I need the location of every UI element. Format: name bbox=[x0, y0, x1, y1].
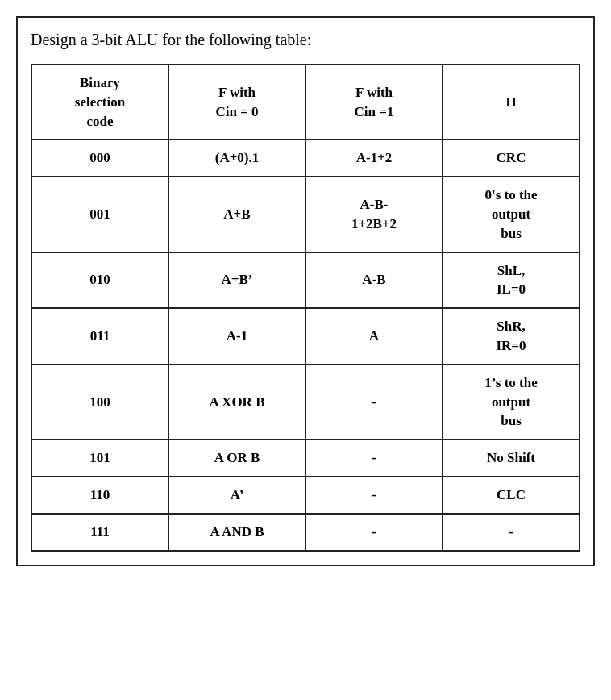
header-f-cin1: F withCin =1 bbox=[306, 65, 443, 140]
cell-binary: 001 bbox=[31, 177, 168, 252]
cell-f-cin1: A-B-1+2B+2 bbox=[306, 177, 443, 252]
cell-h: ShR,IR=0 bbox=[443, 308, 580, 365]
table-row: 111A AND B-- bbox=[31, 514, 580, 551]
cell-h: CLC bbox=[443, 477, 580, 514]
page-container: Design a 3-bit ALU for the following tab… bbox=[16, 16, 595, 566]
cell-h: 0's to theoutputbus bbox=[443, 177, 580, 252]
cell-f-cin0: A’ bbox=[168, 477, 306, 514]
cell-f-cin1: - bbox=[306, 440, 443, 477]
cell-f-cin0: A+B bbox=[168, 177, 306, 252]
cell-h: ShL,IL=0 bbox=[443, 252, 580, 309]
table-row: 110A’-CLC bbox=[31, 477, 580, 514]
cell-h: No Shift bbox=[443, 440, 580, 477]
cell-f-cin0: A-1 bbox=[168, 308, 306, 365]
cell-f-cin1: A-B bbox=[306, 252, 443, 309]
cell-f-cin0: A XOR B bbox=[168, 365, 306, 440]
cell-f-cin1: - bbox=[306, 514, 443, 551]
table-row: 000(A+0).1A-1+2CRC bbox=[31, 140, 580, 177]
cell-f-cin1: - bbox=[306, 365, 443, 440]
cell-f-cin0: A AND B bbox=[168, 514, 306, 551]
cell-binary: 101 bbox=[31, 440, 168, 477]
table-header-row: Binaryselectioncode F withCin = 0 F with… bbox=[31, 65, 580, 140]
cell-h: - bbox=[443, 514, 580, 551]
cell-f-cin1: - bbox=[306, 477, 443, 514]
header-f-cin0: F withCin = 0 bbox=[168, 65, 306, 140]
cell-binary: 100 bbox=[31, 365, 168, 440]
cell-f-cin1: A-1+2 bbox=[306, 140, 443, 177]
cell-f-cin1: A bbox=[306, 308, 443, 365]
cell-binary: 110 bbox=[31, 477, 168, 514]
header-binary: Binaryselectioncode bbox=[31, 65, 168, 140]
table-row: 100A XOR B-1’s to theoutputbus bbox=[31, 365, 580, 440]
cell-binary: 000 bbox=[31, 140, 168, 177]
table-row: 001A+BA-B-1+2B+20's to theoutputbus bbox=[31, 177, 580, 252]
alu-table: Binaryselectioncode F withCin = 0 F with… bbox=[31, 64, 580, 552]
cell-h: CRC bbox=[443, 140, 580, 177]
header-h: H bbox=[443, 65, 580, 140]
cell-f-cin0: (A+0).1 bbox=[168, 140, 306, 177]
table-row: 011A-1AShR,IR=0 bbox=[31, 308, 580, 365]
table-row: 010A+B’A-BShL,IL=0 bbox=[31, 252, 580, 309]
cell-binary: 010 bbox=[31, 252, 168, 309]
cell-f-cin0: A OR B bbox=[168, 440, 306, 477]
cell-binary: 111 bbox=[31, 514, 168, 551]
page-heading: Design a 3-bit ALU for the following tab… bbox=[31, 31, 580, 49]
cell-f-cin0: A+B’ bbox=[168, 252, 306, 309]
table-row: 101A OR B-No Shift bbox=[31, 440, 580, 477]
cell-h: 1’s to theoutputbus bbox=[443, 365, 580, 440]
cell-binary: 011 bbox=[31, 308, 168, 365]
